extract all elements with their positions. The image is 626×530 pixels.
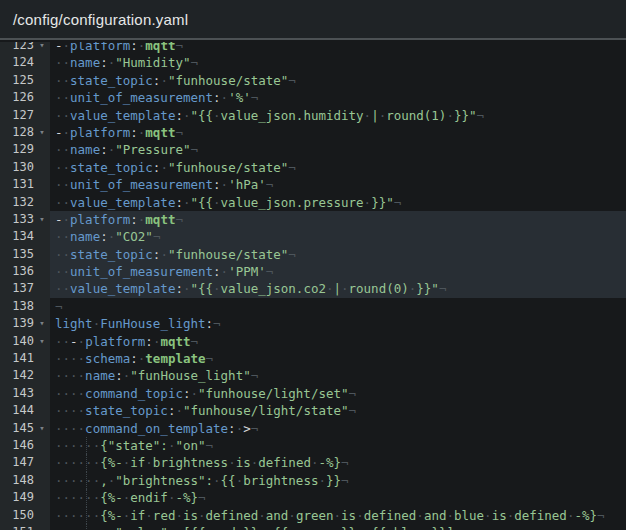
code-token: -%}: [574, 508, 597, 523]
code-text: ··name:·"CO2"¬: [50, 228, 626, 245]
whitespace-dot: ·: [288, 525, 296, 530]
whitespace-dot: ··: [55, 160, 70, 175]
file-path-title: /config/configuration.yaml: [13, 11, 188, 28]
whitespace-dot: ··: [55, 247, 70, 262]
code-text: ······{%-·endif·-%}¬: [50, 489, 626, 506]
code-token: "color":: [115, 525, 175, 530]
code-line[interactable]: 138¬: [0, 298, 626, 315]
code-token: :: [100, 55, 108, 70]
code-line[interactable]: 142····name:·"funHouse_light"¬: [0, 367, 626, 384]
code-token: ¬: [477, 108, 485, 123]
fold-arrow-icon[interactable]: ▾: [34, 420, 50, 437]
code-text: ······,·"brightness":·{{·brightness·}}¬: [50, 472, 626, 489]
code-token: :: [130, 212, 138, 227]
code-token: platform: [85, 334, 145, 349]
code-line[interactable]: 146······{"state":·"on"¬: [0, 437, 626, 454]
code-token: defined: [364, 508, 417, 523]
whitespace-dot: ·: [334, 525, 342, 530]
code-line[interactable]: 145▾····command_on_template:·>¬: [0, 420, 626, 437]
code-line[interactable]: 133▾-·platform:·mqtt¬: [0, 211, 626, 228]
whitespace-dot: ··: [55, 90, 70, 105]
code-line[interactable]: 126··unit_of_measurement:·'%'¬: [0, 89, 626, 106]
code-token: {%-: [100, 490, 123, 505]
code-token: "funhouse/state": [168, 73, 288, 88]
code-line[interactable]: 131··unit_of_measurement:·'hPa'¬: [0, 176, 626, 193]
code-editor[interactable]: 123▾-·platform:·mqtt¬124··name:·"Humidit…: [0, 42, 626, 530]
code-token: ¬: [454, 525, 462, 530]
code-token: state_topic: [70, 73, 153, 88]
line-number: 132: [12, 194, 34, 211]
code-token: command_on_template: [85, 421, 228, 436]
line-number-gutter: 134: [0, 228, 50, 245]
code-line[interactable]: 139▾light·FunHouse_light:¬: [0, 315, 626, 332]
code-line[interactable]: 124··name:·"Humidity"¬: [0, 54, 626, 71]
whitespace-dot: ·: [160, 160, 168, 175]
code-line[interactable]: 147······{%-·if·brightness·is·defined·-%…: [0, 454, 626, 471]
code-token: value_template: [70, 195, 175, 210]
code-text: ······{"state":·"on"¬: [50, 437, 626, 454]
code-line[interactable]: 134··name:·"CO2"¬: [0, 228, 626, 245]
code-line[interactable]: 130··state_topic:·"funhouse/state"¬: [0, 159, 626, 176]
fold-arrow-icon[interactable]: ▾: [34, 211, 50, 228]
line-number-gutter: 139▾: [0, 315, 50, 332]
code-token: >: [243, 421, 251, 436]
code-line[interactable]: 143····command_topic:·"funhouse/light/se…: [0, 385, 626, 402]
code-line[interactable]: 129··name:·"Pressure"¬: [0, 141, 626, 158]
whitespace-dot: ·: [63, 125, 71, 140]
fold-arrow-icon[interactable]: ▾: [34, 124, 50, 141]
code-line[interactable]: 125··state_topic:·"funhouse/state"¬: [0, 72, 626, 89]
code-token: ¬: [349, 403, 357, 418]
whitespace-dot: ·: [175, 403, 183, 418]
whitespace-dot: ·: [213, 195, 221, 210]
code-text: ··state_topic:·"funhouse/state"¬: [50, 72, 626, 89]
code-line[interactable]: 127··value_template:·"{{·value_json.humi…: [0, 107, 626, 124]
fold-arrow-icon[interactable]: ▾: [34, 333, 50, 350]
code-token: "{{: [190, 108, 213, 123]
code-token: unit_of_measurement: [70, 90, 213, 105]
indent-guide: [86, 454, 87, 471]
code-line[interactable]: 150······{%-·if·red·is·defined·and·green…: [0, 507, 626, 524]
code-line[interactable]: 128▾-·platform:·mqtt¬: [0, 124, 626, 141]
code-line[interactable]: 136··unit_of_measurement:·'PPM'¬: [0, 263, 626, 280]
code-token: :: [175, 195, 183, 210]
code-token: and: [424, 508, 447, 523]
code-line[interactable]: 148······,·"brightness":·{{·brightness·}…: [0, 472, 626, 489]
indent-guide: [86, 437, 87, 454]
code-text: ······{%-·if·red·is·defined·and·green·is…: [50, 507, 626, 524]
line-number: 135: [12, 246, 34, 263]
fold-arrow-icon[interactable]: ▾: [34, 42, 50, 54]
code-token: brightness: [243, 473, 318, 488]
whitespace-dot: ··: [55, 177, 70, 192]
whitespace-dot: ····: [55, 386, 85, 401]
code-token: }}]: [431, 525, 454, 530]
code-token: ¬: [198, 490, 206, 505]
code-token: {%-: [100, 455, 123, 470]
code-token: -: [55, 125, 63, 140]
line-number: 136: [12, 263, 34, 280]
code-line[interactable]: 140▾··-·platform:·mqtt¬: [0, 333, 626, 350]
code-line[interactable]: 144····state_topic:·"funhouse/light/stat…: [0, 402, 626, 419]
code-token: ¬: [349, 386, 357, 401]
whitespace-dot: ·: [221, 177, 229, 192]
code-text: light·FunHouse_light:¬: [50, 315, 626, 332]
code-line[interactable]: 137··value_template:·"{{·value_json.co2·…: [0, 280, 626, 297]
line-number-gutter: 135: [0, 246, 50, 263]
whitespace-dot: ·: [221, 264, 229, 279]
editor-content[interactable]: 123▾-·platform:·mqtt¬124··name:·"Humidit…: [0, 42, 626, 530]
code-token: ¬: [175, 212, 183, 227]
code-token: :: [100, 229, 108, 244]
code-token: {{: [221, 473, 236, 488]
code-token: "funhouse/light/set": [198, 386, 349, 401]
code-line[interactable]: 151······,·"color":·[{{·red·}},·{{·green…: [0, 524, 626, 530]
code-line[interactable]: 132··value_template:·"{{·value_json.pres…: [0, 194, 626, 211]
code-line[interactable]: 141····schema:·template¬: [0, 350, 626, 367]
code-line[interactable]: 135··state_topic:·"funhouse/state"¬: [0, 246, 626, 263]
fold-arrow-icon[interactable]: ▾: [34, 315, 50, 332]
code-line[interactable]: 123▾-·platform:·mqtt¬: [0, 42, 626, 54]
code-token: blue: [394, 525, 424, 530]
code-line[interactable]: 149······{%-·endif·-%}¬: [0, 489, 626, 506]
whitespace-dot: ··: [55, 334, 70, 349]
code-token: :: [213, 90, 221, 105]
code-token: state_topic: [70, 160, 153, 175]
code-token: ¬: [206, 438, 214, 453]
